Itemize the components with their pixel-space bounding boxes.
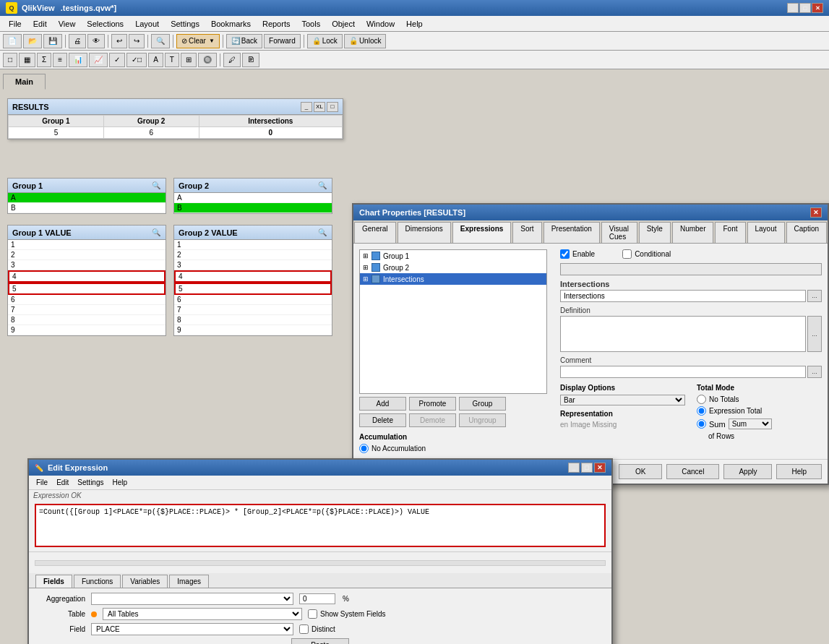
g1v-6[interactable]: 6: [8, 295, 166, 305]
results-xl-icon[interactable]: XL: [314, 102, 325, 112]
menu-tools[interactable]: Tools: [296, 18, 326, 30]
g2v-7[interactable]: 7: [174, 305, 332, 315]
label-input[interactable]: [560, 290, 806, 302]
tab-fields[interactable]: Fields: [35, 575, 72, 588]
chart-props-close-btn[interactable]: ✕: [810, 207, 822, 218]
tab-number[interactable]: Number: [672, 222, 714, 243]
menu-selections[interactable]: Selections: [81, 18, 129, 30]
paste-btn[interactable]: Paste: [291, 638, 349, 644]
conditional-input[interactable]: [560, 263, 822, 275]
expr-menu-help[interactable]: Help: [108, 478, 132, 487]
tab-main[interactable]: Main: [3, 74, 46, 90]
g1v-3[interactable]: 3: [8, 260, 166, 270]
tree-group2[interactable]: ⊞ Group 2: [360, 262, 546, 273]
distinct-checkbox[interactable]: [299, 624, 309, 634]
maximize-btn[interactable]: □: [799, 3, 811, 13]
menu-reports[interactable]: Reports: [257, 18, 296, 30]
tree-toggle-3[interactable]: ⊞: [363, 275, 370, 283]
sum-select[interactable]: Sum: [729, 418, 772, 429]
display-options-select[interactable]: Bar: [560, 395, 685, 405]
unlock-btn[interactable]: 🔓 Unlock: [344, 34, 387, 48]
tb2-btn7[interactable]: ✓: [109, 53, 125, 67]
enable-checkbox[interactable]: [560, 249, 570, 259]
tb2-btn14[interactable]: 🖹: [242, 53, 259, 67]
percent-input[interactable]: [299, 593, 335, 604]
show-system-fields-checkbox[interactable]: [308, 609, 317, 619]
g1v-9[interactable]: 9: [8, 325, 166, 335]
field-select[interactable]: PLACE: [91, 623, 293, 635]
tab-presentation[interactable]: Presentation: [544, 222, 600, 243]
tb2-btn6[interactable]: 📈: [89, 53, 108, 67]
g1v-5[interactable]: 5: [8, 283, 166, 295]
comment-input[interactable]: [560, 366, 806, 378]
tab-font[interactable]: Font: [715, 222, 745, 243]
menu-file[interactable]: File: [3, 18, 27, 30]
chart-ok-btn[interactable]: OK: [619, 464, 662, 479]
menu-object[interactable]: Object: [326, 18, 361, 30]
tb2-btn4[interactable]: ≡: [53, 53, 67, 67]
back-btn[interactable]: 🔄 Back: [226, 34, 262, 48]
tree-group1[interactable]: ⊞ Group 1: [360, 250, 546, 262]
tb2-btn8[interactable]: ✓□: [126, 53, 147, 67]
g1v-1[interactable]: 1: [8, 240, 166, 250]
group-btn[interactable]: Group: [459, 397, 506, 411]
no-accum-radio[interactable]: [359, 444, 369, 453]
tb2-btn2[interactable]: ▦: [19, 53, 35, 67]
tab-images[interactable]: Images: [169, 575, 209, 588]
g2v-8[interactable]: 8: [174, 315, 332, 325]
group2-item-a[interactable]: A: [174, 193, 332, 203]
expr-total-radio[interactable]: [697, 406, 706, 416]
demote-btn[interactable]: Demote: [409, 413, 456, 427]
forward-btn[interactable]: Forward: [264, 34, 301, 48]
menu-settings[interactable]: Settings: [165, 18, 205, 30]
g2v-5[interactable]: 5: [174, 283, 332, 295]
g2v-4[interactable]: 4: [174, 270, 332, 283]
tab-layout[interactable]: Layout: [747, 222, 785, 243]
tree-toggle-1[interactable]: ⊞: [363, 252, 370, 259]
group1-search-icon[interactable]: 🔍: [151, 181, 161, 191]
menu-view[interactable]: View: [53, 18, 82, 30]
tab-expressions[interactable]: Expressions: [452, 222, 511, 243]
g1v-2[interactable]: 2: [8, 250, 166, 260]
clear-dropdown-icon[interactable]: ▼: [209, 38, 215, 44]
aggregation-select[interactable]: [91, 593, 293, 605]
lock-btn[interactable]: 🔒 Lock: [307, 34, 343, 48]
tb2-btn5[interactable]: 📊: [69, 53, 87, 67]
sum-radio[interactable]: [697, 419, 706, 429]
group2-item-b[interactable]: B: [174, 203, 332, 213]
expr-menu-settings[interactable]: Settings: [73, 478, 108, 487]
definition-edit-btn[interactable]: …: [807, 316, 822, 352]
group1-item-b[interactable]: B: [8, 203, 166, 213]
tab-visual-cues[interactable]: Visual Cues: [601, 222, 637, 243]
add-expr-btn[interactable]: Add: [359, 397, 406, 411]
menu-window[interactable]: Window: [361, 18, 400, 30]
minimize-btn[interactable]: _: [787, 3, 799, 13]
label-edit-btn[interactable]: …: [807, 290, 822, 302]
comment-edit-btn[interactable]: …: [807, 366, 822, 378]
promote-btn[interactable]: Promote: [409, 397, 456, 411]
g1v-4[interactable]: 4: [8, 270, 166, 283]
tb2-btn3[interactable]: Σ: [37, 53, 51, 67]
tree-intersections[interactable]: ⊞ Intersections: [360, 273, 546, 285]
tab-caption[interactable]: Caption: [786, 222, 827, 243]
redo-btn[interactable]: ↪: [129, 34, 145, 48]
group2-value-search-icon[interactable]: 🔍: [317, 228, 327, 238]
group1-item-a[interactable]: A: [8, 193, 166, 203]
tab-general[interactable]: General: [354, 222, 396, 243]
chart-cancel-btn[interactable]: Cancel: [666, 464, 719, 479]
g2v-9[interactable]: 9: [174, 325, 332, 335]
tab-functions[interactable]: Functions: [74, 575, 121, 588]
expr-menu-edit[interactable]: Edit: [52, 478, 73, 487]
chart-apply-btn[interactable]: Apply: [723, 464, 772, 479]
conditional-checkbox[interactable]: [622, 249, 632, 259]
menu-layout[interactable]: Layout: [129, 18, 165, 30]
no-totals-radio[interactable]: [697, 395, 706, 404]
tb2-btn11[interactable]: ⊞: [181, 53, 197, 67]
print-btn[interactable]: 🖨: [69, 34, 86, 48]
g1v-8[interactable]: 8: [8, 315, 166, 325]
group1-value-search-icon[interactable]: 🔍: [151, 228, 161, 238]
g2v-2[interactable]: 2: [174, 250, 332, 260]
menu-bookmarks[interactable]: Bookmarks: [205, 18, 257, 30]
undo-btn[interactable]: ↩: [111, 34, 127, 48]
close-btn[interactable]: ✕: [812, 3, 823, 13]
